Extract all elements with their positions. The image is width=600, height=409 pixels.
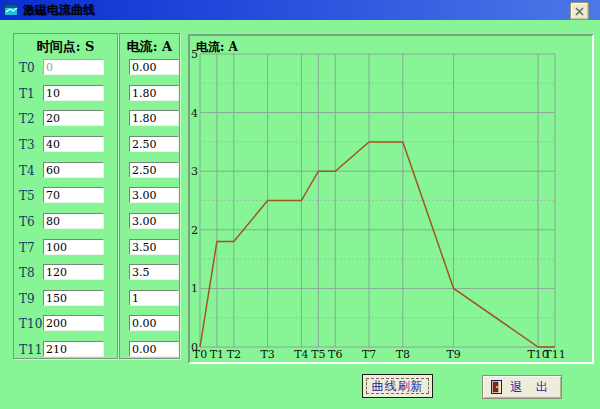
row-label-t6: T6 [19,215,45,229]
x-tick-label: T2 [227,348,241,361]
current-input-t2[interactable] [129,110,179,126]
close-button[interactable] [570,2,589,20]
time-input-t10[interactable] [43,315,104,331]
row-label-t4: T4 [19,164,45,178]
y-tick-label: 4 [191,107,198,120]
current-input-t8[interactable] [129,264,179,280]
window-title: 激磁电流曲线 [23,0,95,20]
time-input-t11[interactable] [43,341,104,357]
time-input-t5[interactable] [43,187,104,203]
chart-panel: 012345T0T1T2T3T4T5T6T7T8T9T10T11 电流: A [188,34,594,364]
time-input-t7[interactable] [43,239,104,255]
app-window: 激磁电流曲线 时间点: S T0T1T2T3T4T5T6T7T8T9T10T11… [0,0,600,409]
x-tick-label: T7 [362,348,376,361]
x-tick-label: T0 [193,348,207,361]
current-input-t5[interactable] [129,187,179,203]
x-tick-label: T4 [294,348,308,361]
time-input-t3[interactable] [43,136,104,152]
row-label-t0: T0 [19,61,45,75]
app-icon [4,4,18,16]
time-input-t1[interactable] [43,85,104,101]
current-input-t7[interactable] [129,239,179,255]
refresh-curve-label: 曲线刷新 [372,378,424,395]
time-input-t0 [43,59,104,75]
row-label-t2: T2 [19,112,45,126]
current-curve [200,142,555,347]
row-label-t9: T9 [19,292,45,306]
x-tick-label: T3 [260,348,274,361]
current-input-t1[interactable] [129,85,179,101]
exit-label: 退 出 [510,379,552,396]
current-input-t3[interactable] [129,136,179,152]
current-input-t9[interactable] [129,290,179,306]
y-tick-label: 1 [191,282,198,295]
current-input-t4[interactable] [129,162,179,178]
x-tick-label: T5 [311,348,325,361]
time-input-t6[interactable] [43,213,104,229]
x-tick-label: T8 [396,348,410,361]
row-label-t3: T3 [19,138,45,152]
x-tick-label: T1 [210,348,224,361]
row-label-t1: T1 [19,87,45,101]
row-label-t5: T5 [19,189,45,203]
chart-y-axis-label: 电流: A [196,39,238,56]
refresh-curve-button[interactable]: 曲线刷新 [362,374,433,398]
current-chart: 012345T0T1T2T3T4T5T6T7T8T9T10T11 [190,36,592,362]
y-tick-label: 3 [191,165,198,178]
close-icon [575,7,584,16]
time-frame: 时间点: S T0T1T2T3T4T5T6T7T8T9T10T11 [13,33,118,359]
row-label-t7: T7 [19,241,45,255]
x-tick-label: T11 [544,348,565,361]
current-input-t0[interactable] [129,59,179,75]
row-label-t10: T10 [19,317,45,331]
current-header: 电流: A [120,38,179,56]
current-frame: 电流: A [119,33,180,359]
time-input-t9[interactable] [43,290,104,306]
exit-door-icon [491,380,502,394]
time-input-t4[interactable] [43,162,104,178]
current-input-t6[interactable] [129,213,179,229]
row-label-t11: T11 [19,343,45,357]
x-tick-label: T6 [328,348,342,361]
exit-button[interactable]: 退 出 [482,375,562,399]
x-tick-label: T9 [446,348,460,361]
title-bar: 激磁电流曲线 [0,0,600,20]
time-input-t8[interactable] [43,264,104,280]
current-input-t11[interactable] [129,341,179,357]
y-tick-label: 2 [191,224,198,237]
time-header: 时间点: S [14,38,117,56]
time-input-t2[interactable] [43,110,104,126]
current-input-t10[interactable] [129,315,179,331]
row-label-t8: T8 [19,266,45,280]
